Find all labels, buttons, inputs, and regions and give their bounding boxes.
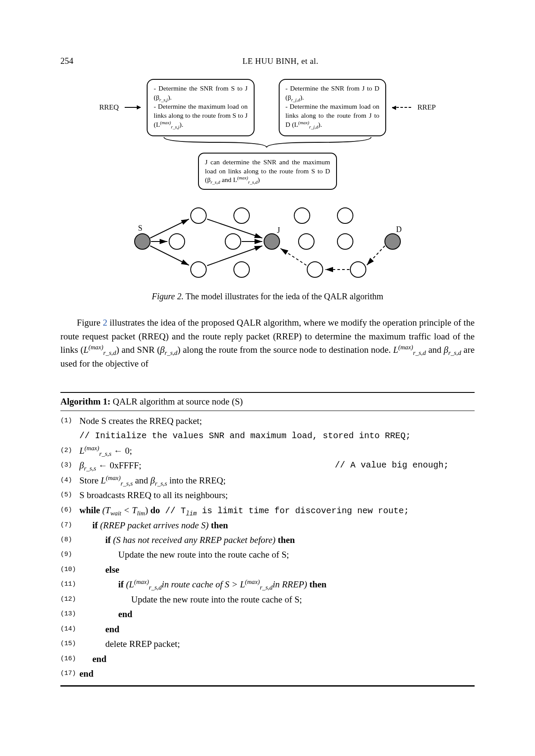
svg-point-9 bbox=[299, 234, 314, 249]
svg-point-15 bbox=[350, 262, 366, 277]
line-content: if (S has not received any RREP packet b… bbox=[105, 533, 475, 546]
algo-line: (12) Update the new route into the route… bbox=[60, 592, 475, 607]
line-content: while (Twait < Tlim) do // Tlim is limit… bbox=[79, 504, 475, 517]
algo-line: (5) S broadcasts RREQ to all its neighbo… bbox=[60, 488, 475, 502]
rrep-label: RREP bbox=[417, 103, 436, 112]
superscript: (max) bbox=[298, 120, 309, 125]
algo-line: (17) end bbox=[60, 666, 475, 681]
svg-line-23 bbox=[367, 246, 385, 265]
svg-line-18 bbox=[150, 246, 189, 265]
svg-point-14 bbox=[307, 262, 323, 277]
rreq-label: RREQ bbox=[99, 103, 119, 112]
algo-line: (13) end bbox=[60, 607, 475, 621]
math: L(max)r_s,d bbox=[83, 345, 116, 355]
figure-caption: Figure 2. The model illustrates for the … bbox=[99, 292, 436, 301]
line-comment: // A value big enough; bbox=[335, 459, 475, 471]
line-content: Node S creates the RREQ packet; bbox=[79, 414, 475, 427]
svg-point-8 bbox=[264, 234, 280, 249]
text: ). bbox=[168, 94, 172, 101]
algo-line: (2) L(max)r_s,s ← 0; bbox=[60, 443, 475, 458]
line-number: (15) bbox=[60, 637, 79, 647]
running-title: LE HUU BINH, et al. bbox=[86, 56, 475, 66]
line-number: (6) bbox=[60, 504, 79, 514]
figure-top-row: RREQ - Determine the SNR from S to J (βr… bbox=[99, 79, 436, 136]
body-paragraph: Figure 2 illustrates the idea of the pro… bbox=[60, 316, 475, 370]
text: and L bbox=[220, 176, 237, 183]
line-number: (8) bbox=[60, 533, 79, 543]
algorithm-title: Algorithm 1: QALR algorithm at source no… bbox=[60, 393, 475, 411]
line-number: (14) bbox=[60, 623, 79, 633]
node-s-label: S bbox=[138, 224, 142, 232]
line-number: (1) bbox=[60, 414, 79, 424]
subscript: r_j,d bbox=[309, 124, 318, 129]
svg-point-13 bbox=[234, 262, 249, 277]
page-number: 254 bbox=[60, 56, 86, 66]
algo-line: (15) delete RREP packet; bbox=[60, 637, 475, 651]
line-content: if (L(max)r_s,din route cache of S > L(m… bbox=[118, 578, 475, 591]
algorithm-label: Algorithm 1: bbox=[60, 396, 110, 407]
line-number: (12) bbox=[60, 593, 79, 603]
line-content: else bbox=[105, 563, 475, 576]
math: βr_s,d bbox=[444, 345, 461, 355]
algorithm-block: Algorithm 1: QALR algorithm at source no… bbox=[60, 392, 475, 687]
citation-ref[interactable]: 2 bbox=[103, 317, 107, 328]
subscript: r_s,d bbox=[211, 180, 220, 185]
figure-caption-text: The model illustrates for the ieda of th… bbox=[183, 292, 383, 301]
network-graph: S J D bbox=[116, 198, 419, 285]
algo-line: (10) else bbox=[60, 562, 475, 577]
line-number: (11) bbox=[60, 578, 79, 588]
info-box-right: - Determine the SNR from J to D (βr_j,d)… bbox=[279, 79, 387, 136]
line-content: if (RREP packet arrives node S) then bbox=[92, 519, 475, 532]
algo-line: (4) Store L(max)r_s,s and βr_s,s into th… bbox=[60, 473, 475, 488]
line-number: (16) bbox=[60, 652, 79, 662]
svg-point-3 bbox=[294, 208, 310, 223]
svg-point-12 bbox=[191, 262, 206, 277]
math: βr_s,d bbox=[160, 345, 177, 355]
text: Figure bbox=[77, 317, 103, 328]
page-header: 254 LE HUU BINH, et al. bbox=[60, 56, 475, 66]
algo-line: (6) while (Twait < Tlim) do // Tlim is l… bbox=[60, 503, 475, 518]
line-content: Update the new route into the route cach… bbox=[118, 548, 475, 561]
line-number: (4) bbox=[60, 474, 79, 484]
algo-line: (1) Node S creates the RREQ packet; bbox=[60, 414, 475, 428]
text: ). bbox=[179, 121, 183, 128]
page: 254 LE HUU BINH, et al. RREQ - Determine… bbox=[0, 0, 535, 756]
line-content: S broadcasts RREQ to all its neighbours; bbox=[79, 489, 475, 502]
line-content: βr_s,s ← 0xFFFF; // A value big enough; bbox=[79, 459, 475, 472]
svg-line-22 bbox=[280, 248, 306, 265]
algo-line: // Initialize the values SNR and maximum… bbox=[60, 429, 475, 443]
line-content: end bbox=[118, 608, 475, 621]
line-number: (7) bbox=[60, 519, 79, 529]
svg-point-7 bbox=[225, 234, 241, 249]
info-box-mid: J can determine the SNR and the maximum … bbox=[198, 153, 337, 190]
arrow-left-dashed-icon bbox=[392, 107, 411, 108]
math: L(max)r_s,d bbox=[393, 345, 426, 355]
svg-point-0 bbox=[135, 234, 150, 249]
algo-line: (9) Update the new route into the route … bbox=[60, 547, 475, 562]
superscript: (max) bbox=[237, 175, 248, 180]
node-j-label: J bbox=[277, 226, 280, 235]
figure-label: Figure 2. bbox=[152, 292, 184, 301]
algo-line: (7) if (RREP packet arrives node S) then bbox=[60, 518, 475, 533]
line-content: L(max)r_s,s ← 0; bbox=[79, 444, 475, 457]
text: ) bbox=[258, 176, 260, 183]
text: ). bbox=[300, 94, 304, 101]
subscript: r_s,d bbox=[248, 180, 258, 185]
line-number: (5) bbox=[60, 489, 79, 499]
line-number: (13) bbox=[60, 608, 79, 618]
algo-line: (3) βr_s,s ← 0xFFFF; // A value big enou… bbox=[60, 458, 475, 473]
algorithm-body: (1) Node S creates the RREQ packet; // I… bbox=[60, 411, 475, 686]
algo-line: (14) end bbox=[60, 622, 475, 637]
curly-brace-icon bbox=[147, 136, 388, 148]
svg-point-11 bbox=[385, 234, 400, 249]
node-d-label: D bbox=[396, 225, 402, 234]
algo-line: (11) if (L(max)r_s,din route cache of S … bbox=[60, 577, 475, 592]
arrow-right-icon bbox=[125, 107, 141, 108]
info-box-left: - Determine the SNR from S to J (βr_s,j)… bbox=[147, 79, 255, 136]
line-content: end bbox=[79, 667, 475, 680]
algo-line: (16) end bbox=[60, 652, 475, 666]
subscript: r_s,j bbox=[159, 97, 168, 102]
line-content: end bbox=[92, 652, 475, 665]
text: ). bbox=[318, 121, 322, 128]
svg-point-4 bbox=[337, 208, 353, 223]
